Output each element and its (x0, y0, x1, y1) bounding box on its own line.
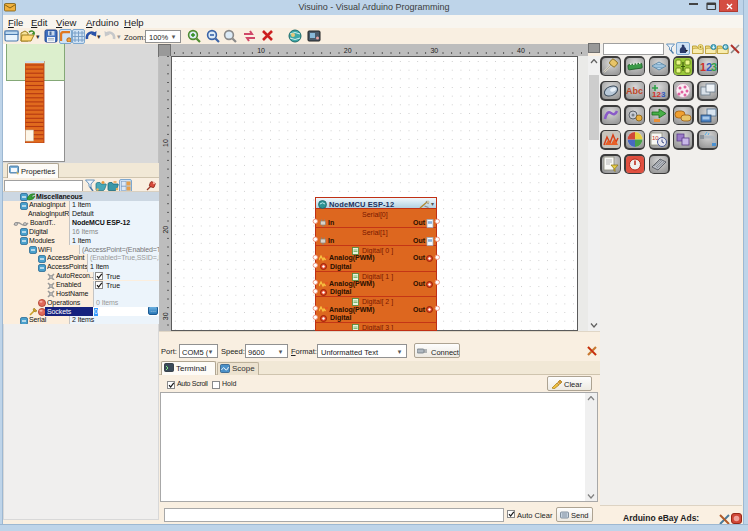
svg-text:20: 20 (344, 47, 352, 54)
svg-text:Abc: Abc (626, 86, 643, 96)
svg-text:30: 30 (162, 312, 169, 320)
svg-text:30: 30 (430, 47, 438, 54)
svg-text:3: 3 (711, 61, 717, 73)
svg-text:20: 20 (162, 226, 169, 234)
svg-text:3: 3 (661, 90, 666, 99)
svg-text:40: 40 (517, 47, 525, 54)
svg-text:10: 10 (257, 47, 265, 54)
svg-text:10: 10 (162, 139, 169, 147)
